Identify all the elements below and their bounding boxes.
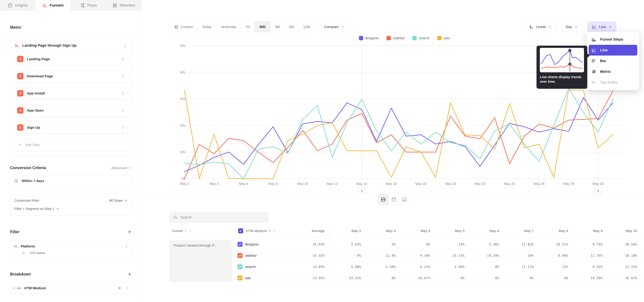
breakdown-property-name[interactable]: UTM Medium — [24, 286, 118, 290]
drag-handle-icon[interactable] — [12, 286, 16, 290]
chart-type-dropdown-button[interactable]: Line — [588, 22, 616, 32]
date-column-header[interactable]: May 8 — [536, 226, 568, 236]
hash-icon — [591, 69, 596, 74]
table-row-search[interactable]: search14.85%5.88%5.26%6.25%5.56%0%11.11%… — [234, 261, 644, 272]
cell-value: 19.51% — [536, 239, 568, 250]
date-column-header[interactable]: May 7 — [502, 226, 534, 236]
cell-value: 6.25% — [398, 261, 430, 272]
add-breakdown-button[interactable] — [127, 272, 132, 276]
filter-segment-dropdown[interactable]: Filter + Segment on Step 1 — [14, 207, 128, 211]
kebab-icon[interactable] — [123, 43, 128, 48]
funnel-step-3[interactable]: 3App Install — [14, 87, 128, 99]
chart-only-view-toggle[interactable] — [388, 194, 399, 205]
tab-label: Funnels — [50, 3, 64, 8]
add-filter-button[interactable] — [127, 230, 132, 234]
cell-value: 16.67% — [398, 272, 430, 284]
annotation-badge[interactable]: 1 — [594, 186, 602, 194]
table-row--organic[interactable]: $organic16.03%2.63%5%8%10%5.36%12.82%19.… — [234, 239, 644, 250]
menu-item-bar[interactable]: Bar — [589, 56, 637, 66]
cell-value: 9.38% — [398, 250, 430, 261]
table-search-input[interactable]: Search — [170, 212, 269, 223]
kebab-icon[interactable] — [120, 91, 125, 96]
menu-item-line[interactable]: Line — [589, 45, 637, 56]
date-column-header[interactable]: May 2 — [329, 226, 361, 236]
funnel-step-2[interactable]: 2Download Page — [14, 70, 128, 82]
table-row-ads[interactable]: ads13.91%33.33%0%16.67%0%0%0%0%14.29%16.… — [234, 272, 644, 284]
step-label: Landing Page — [27, 57, 117, 61]
date-column-header[interactable]: May 4 — [398, 226, 430, 236]
cell-value: 12% — [536, 261, 568, 272]
legend-item-search[interactable]: search — [412, 36, 430, 40]
advanced-dropdown[interactable]: Advanced — [111, 166, 132, 170]
filter-value[interactable]: iOS Native — [30, 251, 45, 255]
date-column-header[interactable]: May 9 — [571, 226, 602, 236]
breakdown-header-label: UTM Medium — [246, 229, 267, 233]
date-column-header[interactable]: May 10 — [605, 226, 637, 236]
range-today-button[interactable]: Today — [198, 22, 216, 32]
breakdown-count: 4 — [269, 229, 271, 233]
tab-insights[interactable]: Insights — [0, 0, 36, 11]
average-value: 14.85% — [293, 261, 325, 272]
funnel-step-4[interactable]: 4App Open — [14, 104, 128, 116]
tab-retention[interactable]: Retention — [106, 0, 142, 11]
date-header-label: May 4 — [420, 229, 430, 233]
remove-breakdown-icon[interactable] — [118, 286, 122, 290]
all-steps-dropdown[interactable]: All Steps — [109, 198, 128, 202]
range-12m-button[interactable]: 12M — [299, 22, 314, 32]
tab-flows[interactable]: Flows — [71, 0, 106, 11]
breakdown-column-header[interactable]: UTM Medium 4 — [238, 226, 276, 236]
range-6m-button[interactable]: 6M — [284, 22, 299, 32]
legend-item--organic[interactable]: $organic — [359, 36, 379, 40]
legend-item-sidebar[interactable]: sidebar — [386, 36, 405, 40]
metric-card-header[interactable]: Landing Page through Sign Up — [14, 38, 128, 53]
menu-item-metric[interactable]: Metric — [589, 66, 637, 77]
search-icon — [173, 215, 178, 220]
annotation-badge[interactable]: 1 — [358, 186, 366, 194]
funnel-step-1[interactable]: 1Landing Page — [14, 53, 128, 65]
range-7d-button[interactable]: 7D — [241, 22, 255, 32]
funnel-column-header[interactable]: Funnel 1 — [172, 226, 192, 236]
interval-dropdown-button[interactable]: Day — [561, 22, 582, 32]
date-column-header[interactable]: May 3 — [364, 226, 396, 236]
range-custom-button[interactable]: Custom — [170, 22, 198, 32]
date-column-header[interactable]: May 5 — [433, 226, 464, 236]
menu-item-label: Metric — [600, 70, 611, 74]
tooltip-preview-chart — [540, 48, 584, 72]
add-step-label: Add Step — [25, 143, 40, 147]
conversion-window-button[interactable]: Within 7 days — [10, 175, 132, 187]
scale-dropdown-button[interactable]: Linear — [525, 22, 556, 32]
filter-property-name[interactable]: Platform — [21, 244, 124, 248]
table-only-view-toggle[interactable] — [399, 194, 410, 205]
select-all-checkbox[interactable] — [238, 228, 243, 234]
filter-operator[interactable]: Is — [22, 251, 25, 255]
legend-swatch — [359, 36, 363, 40]
metric-card: Landing Page through Sign Up 1Landing Pa… — [10, 38, 132, 156]
flows-icon — [80, 3, 85, 8]
row-checkbox[interactable] — [238, 253, 242, 258]
row-checkbox[interactable] — [238, 242, 242, 247]
date-column-header[interactable]: May 6 — [467, 226, 499, 236]
kebab-icon[interactable] — [120, 57, 125, 61]
segment-name: $organic — [245, 239, 259, 250]
row-checkbox[interactable] — [238, 276, 242, 280]
kebab-icon[interactable] — [124, 286, 129, 290]
kebab-icon[interactable] — [124, 244, 128, 248]
kebab-icon[interactable] — [120, 74, 125, 78]
kebab-icon[interactable] — [120, 108, 125, 112]
menu-item-funnel-steps[interactable]: Funnel Steps — [589, 34, 637, 45]
legend-label: $organic — [366, 36, 379, 40]
range-3m-button[interactable]: 3M — [270, 22, 284, 32]
range-yesterday-button[interactable]: Yesterday — [216, 22, 241, 32]
compare-button[interactable]: Compare — [320, 22, 349, 32]
add-step-button[interactable]: Add Step — [14, 138, 128, 151]
funnel-step-5[interactable]: 5Sign Up — [14, 122, 128, 134]
row-checkbox[interactable] — [238, 264, 242, 269]
table-row-sidebar[interactable]: sidebar15.92%0%12.9%9.38%15.15%14.29%10%… — [234, 250, 644, 261]
average-column-header[interactable]: Average — [293, 226, 325, 236]
split-view-toggle[interactable] — [378, 194, 388, 205]
tab-funnels[interactable]: Funnels — [36, 0, 71, 11]
kebab-icon[interactable] — [120, 125, 125, 130]
range-30d-button[interactable]: 30D — [255, 22, 270, 32]
split-view-icon — [380, 197, 386, 202]
legend-item-ads[interactable]: ads — [437, 36, 450, 40]
